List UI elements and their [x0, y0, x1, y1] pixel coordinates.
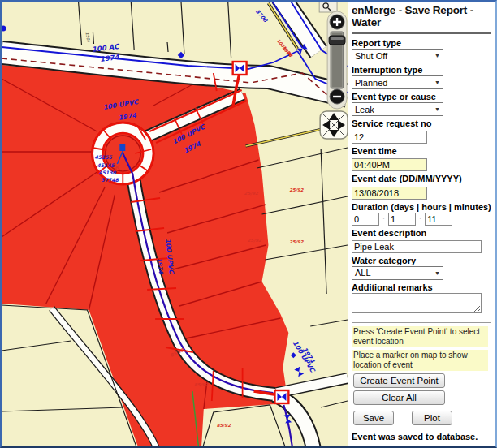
duration-separator: :: [382, 214, 385, 224]
chevron-down-icon: ▼: [434, 106, 440, 112]
additional-remarks-label: Additional remarks: [352, 282, 492, 292]
help-text-2: Place a marker on map to show location o…: [352, 350, 488, 371]
enmerge-window: 100 AC 1974 100 UPVC 1974 100 UPVC 1974 …: [0, 0, 497, 448]
pan-control[interactable]: [320, 111, 348, 139]
interruption-type-label: Interruption type: [352, 65, 492, 75]
status-message: Event was saved to database. JobNumber:2…: [352, 431, 492, 446]
event-type-select[interactable]: Leak ▼: [352, 102, 443, 116]
map-canvas: 100 AC 1974 100 UPVC 1974 100 UPVC 1974 …: [2, 2, 348, 446]
water-category-value: ALL: [355, 268, 371, 278]
chevron-down-icon: ▼: [434, 53, 440, 58]
chevron-down-icon: ▼: [434, 80, 440, 85]
svg-text:45155: 45155: [94, 154, 112, 160]
svg-text:25/92: 25/92: [244, 191, 259, 196]
event-type-value: Leak: [355, 105, 374, 114]
map-view[interactable]: 100 AC 1974 100 UPVC 1974 100 UPVC 1974 …: [2, 2, 348, 446]
service-request-label: Service request no: [352, 118, 492, 128]
event-description-input[interactable]: [352, 240, 482, 253]
zoom-slider[interactable]: [327, 11, 347, 109]
magnifier-icon[interactable]: [319, 2, 337, 12]
save-plot-row: Save Plot: [353, 411, 492, 425]
help-text-1: Press 'Create Event Point' to select eve…: [352, 326, 488, 347]
svg-text:25/92: 25/92: [289, 239, 304, 244]
create-event-point-button[interactable]: Create Event Point: [353, 373, 445, 388]
svg-text:45145: 45145: [97, 162, 115, 168]
report-type-label: Report type: [352, 38, 492, 48]
additional-remarks-textarea[interactable]: [352, 293, 482, 313]
save-button[interactable]: Save: [353, 411, 394, 425]
duration-hours-input[interactable]: [388, 213, 416, 226]
interruption-type-value: Planned: [355, 78, 387, 88]
duration-days-input[interactable]: [352, 213, 379, 226]
save-report-panel: enMerge - Save Report - Water Report typ…: [348, 2, 495, 446]
zoom-out-button[interactable]: [330, 89, 344, 104]
duration-minutes-input[interactable]: [425, 213, 452, 226]
event-time-label: Event time: [352, 146, 492, 156]
event-date-label: Event date (DD/MM/YYYY): [352, 174, 492, 183]
event-date-input[interactable]: [352, 187, 427, 200]
zoom-in-button[interactable]: [330, 15, 344, 29]
event-type-label: Event type or cause: [352, 92, 492, 101]
duration-inputs: : :: [352, 213, 492, 226]
status-line-1: Event was saved to database.: [352, 431, 492, 443]
shutoff-valve-top: [233, 62, 247, 75]
duration-label: Duration (days | hours | minutes): [352, 202, 492, 212]
svg-text:37748: 37748: [101, 177, 119, 183]
shutoff-valve-bottom: [274, 390, 288, 403]
report-type-value: Shut Off: [355, 51, 387, 61]
event-time-input[interactable]: [352, 158, 427, 171]
event-description-label: Event description: [352, 228, 492, 238]
water-category-select[interactable]: ALL ▼: [352, 266, 443, 280]
zoom-handle[interactable]: [329, 36, 345, 45]
svg-text:85/92: 85/92: [194, 382, 209, 387]
clear-all-button[interactable]: Clear All: [353, 390, 445, 405]
section-divider: [352, 322, 491, 323]
duration-separator: :: [419, 214, 421, 224]
svg-text:25/92: 25/92: [248, 238, 262, 243]
panel-title: enMerge - Save Report - Water: [352, 4, 492, 28]
svg-text:25/92: 25/92: [289, 187, 304, 192]
title-divider: [352, 32, 491, 34]
interruption-type-select[interactable]: Planned ▼: [352, 75, 443, 89]
chevron-down-icon: ▼: [434, 270, 440, 276]
status-line-2: JobNumber:2401: [352, 443, 492, 446]
service-request-input[interactable]: [352, 131, 427, 144]
svg-text:85/92: 85/92: [217, 423, 231, 428]
plot-button[interactable]: Plot: [412, 411, 452, 425]
report-type-select[interactable]: Shut Off ▼: [352, 49, 443, 62]
svg-text:45130: 45130: [98, 170, 116, 175]
water-category-label: Water category: [352, 256, 492, 265]
